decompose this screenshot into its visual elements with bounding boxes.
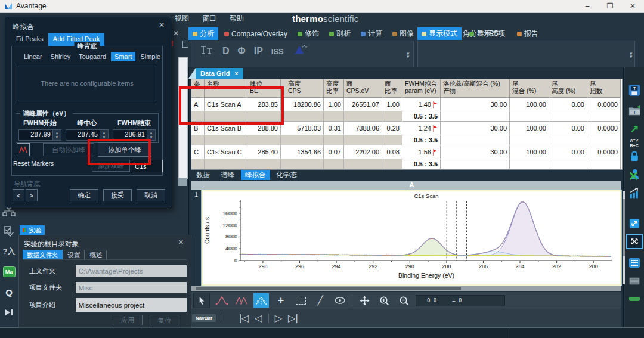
main-folder-field[interactable]: C:\Avantage\Projects (76, 265, 187, 277)
nav-next-icon[interactable]: ▷ (275, 312, 282, 324)
strip-scroll[interactable] (178, 178, 187, 186)
grid-cell[interactable] (344, 111, 382, 122)
dialog-close-icon[interactable]: ✕ (159, 21, 165, 29)
grid-cell[interactable] (247, 159, 281, 169)
grid-cell[interactable] (587, 159, 621, 169)
grid-cell[interactable]: 1.00 (382, 98, 402, 111)
minimize-button[interactable]: – (576, 0, 599, 12)
grid-cell[interactable] (324, 111, 344, 122)
grid-cell[interactable]: 0.00 (549, 145, 587, 159)
spectrum-tab-1[interactable]: 谱峰 (216, 170, 239, 180)
peak-fit-icon[interactable]: σ (292, 45, 308, 58)
grid-cell[interactable] (510, 111, 549, 122)
project-description-field[interactable]: Miscellaneous project (76, 298, 187, 312)
tab-fit-peaks[interactable]: Fit Peaks (11, 33, 48, 46)
grid-cell[interactable] (191, 159, 205, 169)
d-tool-icon[interactable]: D (222, 46, 230, 57)
grid-cell[interactable]: 7388.06 (344, 122, 382, 135)
spectrum-chart[interactable]: 2982962942922902882862842822800400080001… (202, 190, 621, 286)
exclude-person-icon[interactable] (626, 166, 643, 182)
grid-cell[interactable]: 1.40 (402, 98, 441, 111)
cancel-button[interactable]: 取消 (137, 189, 165, 201)
grid-cell[interactable]: 2202.00 (344, 145, 382, 159)
grid-cell[interactable]: 1.24 (402, 122, 441, 135)
grid-cell[interactable]: 0.0000 (587, 122, 621, 135)
grid-cell[interactable]: 18200.86 (286, 98, 324, 111)
ribbon-tab-[interactable]: 图像 (388, 27, 418, 40)
grid-cell[interactable] (247, 135, 281, 145)
save-icon[interactable]: T (626, 82, 643, 98)
nav-last-icon[interactable]: ▷| (288, 312, 298, 324)
grid-cell[interactable] (441, 135, 510, 145)
accept-button[interactable]: 接受 (103, 189, 132, 201)
ok-button[interactable]: 确定 (70, 189, 98, 201)
trend-chart-icon[interactable] (626, 185, 643, 201)
add-point-tool[interactable]: + (273, 293, 289, 308)
grid-cell[interactable] (510, 135, 549, 145)
checklist-icon[interactable] (2, 225, 16, 237)
marker-tool-button[interactable] (17, 143, 30, 156)
nav-prev-button[interactable]: < (13, 189, 24, 201)
window-view-icon[interactable] (626, 273, 643, 289)
resize-window-icon[interactable] (626, 216, 643, 231)
grid-cell[interactable]: 0.00 (549, 98, 587, 111)
zoom-out-tool[interactable] (396, 293, 411, 308)
ribbon-close-icon[interactable]: ✕ (173, 29, 179, 38)
grid-cell[interactable] (324, 135, 344, 145)
constraint-cell[interactable]: 0.5 : 3.5 (402, 159, 441, 169)
constraint-cell[interactable]: 0.5 : 3.5 (402, 135, 441, 145)
ribbon-tab-[interactable]: 分析 (188, 27, 218, 40)
ip-tool-icon[interactable]: IP (254, 46, 263, 57)
grid-cell[interactable] (382, 111, 402, 122)
question-person-icon[interactable]: ?入 (2, 246, 16, 258)
restore-button[interactable]: ❐ (599, 0, 621, 12)
spectrum-plot[interactable]: 2982962942922902882862842822800400080001… (203, 191, 620, 284)
grid-view-icon[interactable] (626, 255, 643, 271)
experiment-tab-2[interactable]: 概述 (86, 250, 107, 259)
chevron-down-icon[interactable]: ▾▾ (407, 52, 410, 59)
line-tool[interactable]: ╱ (312, 293, 328, 308)
grid-cell[interactable]: 30.00 (441, 122, 510, 135)
grid-cell[interactable] (286, 111, 324, 122)
project-folder-field[interactable]: Misc (76, 282, 187, 293)
menu-item-1[interactable]: 窗口 (202, 14, 216, 24)
background-option-linear[interactable]: Linear (20, 52, 46, 61)
grid-cell[interactable]: 0.28 (382, 122, 402, 135)
grid-cell[interactable]: 0.08 (382, 145, 402, 159)
tab-data-grid[interactable]: Data Grid × (196, 68, 243, 79)
grid-cell[interactable] (549, 159, 587, 169)
background-option-shirley[interactable]: Shirley (47, 52, 75, 61)
grid-cell[interactable] (510, 159, 549, 169)
grid-cell[interactable] (324, 159, 344, 169)
grid-cell[interactable] (549, 135, 587, 145)
grid-cell[interactable] (344, 135, 382, 145)
apply-button[interactable]: 应用 (113, 315, 143, 325)
grid-cell[interactable] (205, 159, 247, 169)
survey-scan-icon[interactable] (199, 45, 214, 58)
grid-cell[interactable]: 26551.07 (344, 98, 382, 111)
phi-tool-icon[interactable]: Φ (238, 46, 246, 57)
collapsed-panel-icon[interactable] (182, 41, 188, 48)
auto-add-peak-button[interactable]: 自动添加峰 (43, 143, 94, 156)
pan-tool[interactable] (357, 293, 372, 308)
background-option-smart[interactable]: Smart (111, 52, 135, 61)
grid-cell[interactable]: 0.0000 (587, 145, 621, 159)
grid-cell[interactable]: 100.00 (510, 145, 549, 159)
spinner-arrows-icon[interactable]: ▲▼ (52, 130, 61, 140)
grid-cell[interactable]: 5718.03 (286, 122, 324, 135)
nav-first-icon[interactable]: |◁ (239, 312, 249, 324)
chart-horizontal-scrollbar[interactable] (191, 286, 621, 291)
grid-cell[interactable] (205, 135, 247, 145)
peak-marker-tool[interactable] (253, 293, 269, 308)
background-option-tougaard[interactable]: Tougaard (75, 52, 110, 61)
grid-cell[interactable]: 1.00 (324, 98, 344, 111)
grid-cell[interactable]: 100.00 (510, 122, 549, 135)
grid-cell[interactable] (191, 135, 205, 145)
region-tool[interactable] (293, 293, 308, 308)
grid-cell[interactable] (344, 159, 382, 169)
grid-cell[interactable]: 285.40 (247, 145, 281, 159)
spectrum-tab-3[interactable]: 化学态 (273, 170, 302, 180)
grid-cell[interactable] (286, 159, 324, 169)
ma-icon[interactable]: Ma (2, 266, 16, 278)
grid-cell[interactable] (382, 135, 402, 145)
